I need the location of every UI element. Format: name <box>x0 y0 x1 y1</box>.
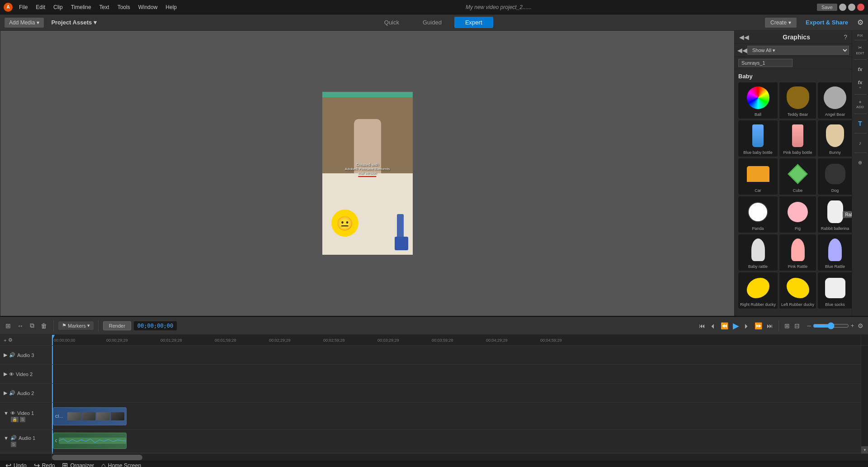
collapse-panel-button[interactable]: ◀◀ <box>739 33 749 41</box>
collapse-left-button[interactable]: ◀◀ <box>737 47 747 54</box>
track-expand-video1[interactable]: ▼ <box>4 410 9 416</box>
graphic-cube[interactable]: Cube <box>779 158 816 195</box>
graphic-rattle-label: Baby rattle <box>740 264 776 269</box>
redo-button[interactable]: ↪ Redo <box>34 461 55 467</box>
undo-button[interactable]: ↩ Undo <box>5 461 27 467</box>
redo-label: Redo <box>42 462 55 467</box>
graphic-pink-bottle[interactable]: Pink baby bottle <box>779 120 816 157</box>
menu-edit[interactable]: Edit <box>32 3 49 11</box>
menu-tools[interactable]: Tools <box>114 3 134 11</box>
track-expand-video2[interactable]: ▶ <box>4 371 7 377</box>
fx-button[interactable]: fx <box>853 62 868 76</box>
search-input[interactable] <box>738 59 793 67</box>
graphic-baby-rattle[interactable]: Baby rattle <box>738 234 778 271</box>
fast-forward-button[interactable]: ⏩ <box>754 321 763 330</box>
safe-margins-button[interactable]: ⊞ <box>783 321 791 330</box>
zoom-out-icon[interactable]: ─ <box>807 323 811 329</box>
guided-mode-button[interactable]: Guided <box>412 17 453 28</box>
graphic-teddy-bear[interactable]: Teddy Bear <box>779 82 816 119</box>
menu-help[interactable]: Help <box>162 3 180 11</box>
graphic-rabbit-ballerina[interactable]: Rabbit ballerina Rabbit ballerina <box>818 196 852 233</box>
music-button[interactable]: ♪ <box>853 136 868 150</box>
graphic-left-duck[interactable]: Left Rubber ducky <box>779 272 816 309</box>
maximize-button[interactable] <box>848 4 855 11</box>
graphic-ball[interactable]: Ball <box>738 82 778 119</box>
graphic-blue-bottle[interactable]: Blue baby bottle <box>738 120 778 157</box>
zoom-in-icon[interactable]: + <box>851 323 854 329</box>
graphic-pig[interactable]: Pig <box>779 196 816 233</box>
settings-button[interactable]: ⚙ <box>857 18 863 27</box>
track-eye-video1[interactable]: 👁 <box>10 410 15 416</box>
track-expand-audio3[interactable]: ▶ <box>4 352 7 358</box>
graphic-blue-bottle-thumb <box>743 122 774 149</box>
undo-icon: ↩ <box>5 461 11 467</box>
add-media-button[interactable]: Add Media ▾ <box>5 18 44 28</box>
right-section: ◀◀ Graphics ? ◀◀ Show All ▾ Baby <box>734 31 868 316</box>
track-mute-audio3[interactable]: 🔊 <box>9 352 15 358</box>
graphic-angel-bear[interactable]: Angel Bear <box>818 82 852 119</box>
graphic-bunny[interactable]: Bunny <box>818 120 852 157</box>
redo-icon: ↪ <box>34 461 40 467</box>
create-button[interactable]: Create ▾ <box>765 18 797 28</box>
menu-window[interactable]: Window <box>135 3 161 11</box>
organizer-icon: ⊞ <box>62 461 68 467</box>
transition-button[interactable]: ⊕ <box>853 155 868 170</box>
edit-button[interactable]: ✂ EDIT <box>853 43 868 57</box>
help-icon[interactable]: ? <box>844 33 847 41</box>
render-button[interactable]: Render <box>103 321 131 330</box>
organizer-button[interactable]: ⊞ Organizer <box>62 461 94 467</box>
audio1-sync-button[interactable]: S <box>11 442 16 447</box>
track-expand-audio2[interactable]: ▶ <box>4 390 7 396</box>
close-button[interactable] <box>857 4 864 11</box>
track-mute-audio1[interactable]: 🔊 <box>10 435 17 441</box>
delete-tool[interactable]: 🗑 <box>39 321 49 330</box>
track-expand-audio1[interactable]: ▼ <box>4 435 9 441</box>
audio1-clip[interactable]: Clean UP.mpeg [A] <box>53 433 127 449</box>
track-eye-video2[interactable]: 👁 <box>9 372 14 377</box>
text-button[interactable]: T <box>853 116 868 131</box>
minimize-button[interactable] <box>839 4 846 11</box>
markers-button[interactable]: ⚑ Markers ▾ <box>58 321 94 330</box>
show-all-dropdown[interactable]: Show All ▾ <box>747 46 849 55</box>
home-screen-button[interactable]: ⌂ Home Screen <box>101 462 141 467</box>
graphic-pig-thumb <box>783 198 813 225</box>
menu-clip[interactable]: Clip <box>50 3 66 11</box>
go-to-end-button[interactable]: ⏭ <box>766 321 774 330</box>
menu-text[interactable]: Text <box>96 3 113 11</box>
track-add-button[interactable]: + <box>4 338 6 343</box>
step-forward-button[interactable]: ⏵ <box>743 321 751 330</box>
track-options-button[interactable]: ⚙ <box>8 337 13 343</box>
export-share-button[interactable]: Export & Share <box>800 17 854 28</box>
quick-mode-button[interactable]: Quick <box>373 17 410 28</box>
overlay-button[interactable]: ⊟ <box>793 321 801 330</box>
menu-file[interactable]: File <box>15 3 31 11</box>
video1-clip[interactable]: Clean UP.mpeg [V] <box>53 407 127 425</box>
move-tool[interactable]: ↔ <box>15 321 25 330</box>
expert-mode-button[interactable]: Expert <box>454 17 493 28</box>
fx-plus-button[interactable]: fx + <box>853 77 868 92</box>
graphic-panda[interactable]: Panda <box>738 196 778 233</box>
graphic-car[interactable]: Car <box>738 158 778 195</box>
rewind-button[interactable]: ⏪ <box>720 321 729 330</box>
graphic-dog[interactable]: Dog <box>818 158 852 195</box>
step-back-button[interactable]: ⏴ <box>709 321 717 330</box>
graphic-right-duck[interactable]: Right Rubber ducky <box>738 272 778 309</box>
project-assets-button[interactable]: Project Assets ▾ <box>47 17 101 28</box>
video1-sync-button[interactable]: S <box>20 417 25 422</box>
graphic-blue-socks[interactable]: Blue socks <box>818 272 852 309</box>
zoom-slider[interactable] <box>813 322 849 329</box>
play-button[interactable]: ▶ <box>732 320 740 332</box>
scroll-down-button[interactable]: ▼ <box>861 446 868 453</box>
copy-tool[interactable]: ⧉ <box>28 321 36 330</box>
graphic-blue-rattle[interactable]: Blue Rattle <box>818 234 852 271</box>
timeline-settings-button[interactable]: ⚙ <box>857 321 864 330</box>
go-to-start-button[interactable]: ⏮ <box>698 321 706 330</box>
track-mute-audio2[interactable]: 🔊 <box>9 390 15 396</box>
menu-timeline[interactable]: Timeline <box>67 3 95 11</box>
graphic-pink-rattle[interactable]: Pink Rattle <box>779 234 816 271</box>
add-button[interactable]: + ADD <box>853 97 868 111</box>
save-button[interactable]: Save <box>817 4 837 11</box>
video1-lock-button[interactable]: 🔒 <box>11 417 19 422</box>
track-select-tool[interactable]: ⊞ <box>4 321 13 330</box>
track-label-video2: ▶ 👁 Video 2 <box>0 365 52 384</box>
